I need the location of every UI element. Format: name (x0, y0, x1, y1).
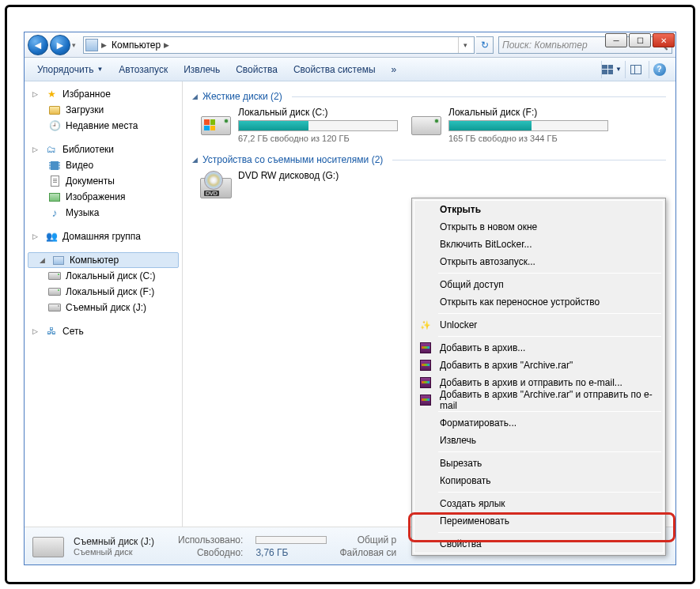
status-title: Съемный диск (J:) (74, 536, 154, 547)
recent-icon: 🕘 (48, 119, 61, 132)
used-label: Использовано: (178, 534, 243, 546)
ctx-unlocker[interactable]: ✨Unlocker (414, 316, 663, 334)
sidebar-network[interactable]: ▷🖧Сеть (25, 323, 182, 339)
collapse-icon: ◢ (192, 156, 198, 164)
sidebar-music[interactable]: ♪Музыка (25, 205, 182, 221)
ctx-rename[interactable]: Переименовать (414, 512, 663, 530)
folder-icon (48, 104, 61, 116)
libraries-icon: 🗂 (45, 143, 58, 156)
music-icon: ♪ (48, 206, 61, 219)
ctx-properties[interactable]: Свойства (414, 535, 663, 553)
help-button[interactable]: ? (649, 61, 669, 78)
ctx-format[interactable]: Форматировать... (414, 414, 663, 432)
ctx-archive-rar-email[interactable]: Добавить в архив "Archive.rar" и отправи… (414, 391, 663, 409)
hdd-icon (200, 107, 232, 135)
sidebar-drive-f[interactable]: Локальный диск (F:) (25, 284, 182, 300)
used-bar (255, 534, 327, 546)
document-icon (48, 175, 61, 187)
system-properties-button[interactable]: Свойства системы (287, 61, 382, 78)
total-label: Общий р (339, 534, 396, 546)
dvd-icon: DVD (200, 170, 232, 198)
hdd-icon (411, 107, 442, 135)
refresh-button[interactable]: ↻ (476, 36, 494, 54)
breadcrumb-computer[interactable]: Компьютер ▶ (107, 37, 174, 53)
back-button[interactable]: ◄ (28, 35, 48, 55)
ctx-cut[interactable]: Вырезать (414, 455, 663, 472)
image-icon (48, 191, 61, 203)
sidebar-drive-j[interactable]: Съемный диск (J:) (25, 300, 182, 315)
search-placeholder: Поиск: Компьютер (502, 40, 588, 51)
group-removable[interactable]: ◢ Устройства со съемными носителями (2) (192, 154, 666, 165)
drive-icon (48, 285, 61, 298)
collapse-icon: ◢ (192, 93, 198, 100)
ctx-share[interactable]: Общий доступ (414, 276, 663, 293)
minimize-button[interactable]: ─ (605, 33, 627, 47)
video-icon (48, 159, 61, 172)
breadcrumb-label: Компьютер (112, 40, 161, 51)
preview-pane-button[interactable] (625, 61, 645, 78)
help-icon: ? (653, 63, 666, 76)
ctx-eject[interactable]: Извлечь (414, 432, 663, 449)
drive-g-dvd[interactable]: DVD DVD RW дисковод (G:) (200, 170, 398, 198)
drive-c[interactable]: Локальный диск (C:) 67,2 ГБ свободно из … (200, 107, 398, 143)
sidebar-documents[interactable]: Документы (25, 173, 182, 189)
ctx-autoplay[interactable]: Открыть автозапуск... (414, 253, 663, 270)
sidebar-video[interactable]: Видео (25, 157, 182, 173)
drive-name: DVD RW дисковод (G:) (238, 170, 398, 181)
sidebar-drive-c[interactable]: Локальный диск (C:) (25, 268, 182, 284)
chevron-right-icon: ▶ (164, 41, 169, 49)
organize-button[interactable]: Упорядочить▼ (31, 61, 109, 78)
sidebar-images[interactable]: Изображения (25, 189, 182, 205)
ctx-bitlocker[interactable]: Включить BitLocker... (414, 236, 663, 253)
properties-button[interactable]: Свойства (229, 61, 284, 78)
forward-button[interactable]: ► (50, 35, 70, 55)
group-hard-disks[interactable]: ◢ Жесткие диски (2) (192, 91, 666, 102)
navigation-pane: ▷★Избранное Загрузки 🕘Недавние места ▷🗂Б… (25, 81, 183, 527)
address-bar[interactable]: ▶ Компьютер ▶ ▾ (83, 36, 475, 54)
navigation-bar: ◄ ► ▾ ▶ Компьютер ▶ ▾ ↻ Поиск: Компьютер… (25, 32, 675, 58)
rar-icon (419, 376, 432, 389)
ctx-portable[interactable]: Открыть как переносное устройство (414, 293, 663, 311)
rar-icon (419, 342, 432, 354)
eject-button[interactable]: Извлечь (177, 61, 226, 78)
drive-name: Локальный диск (C:) (238, 107, 398, 118)
drive-status: 67,2 ГБ свободно из 120 ГБ (238, 134, 398, 143)
ctx-open[interactable]: Открыть (414, 201, 663, 218)
maximize-button[interactable]: ☐ (629, 33, 651, 47)
computer-icon (52, 254, 65, 266)
rar-icon (419, 394, 432, 406)
ctx-add-archive[interactable]: Добавить в архив... (414, 339, 663, 357)
ctx-add-archive-rar[interactable]: Добавить в архив "Archive.rar" (414, 357, 663, 374)
sidebar-homegroup[interactable]: ▷👥Домашняя группа (25, 228, 182, 244)
autoplay-button[interactable]: Автозапуск (112, 61, 174, 78)
rar-icon (419, 359, 432, 372)
history-dropdown[interactable]: ▾ (72, 41, 80, 49)
drive-icon (32, 532, 66, 561)
crumb-root-arrow[interactable]: ▶ (101, 41, 107, 49)
status-subtitle: Съемный диск (74, 547, 154, 557)
ctx-open-new-window[interactable]: Открыть в новом окне (414, 218, 663, 236)
sidebar-libraries[interactable]: ▷🗂Библиотеки (25, 142, 182, 157)
close-button[interactable]: ✕ (653, 33, 675, 47)
fs-label: Файловая си (339, 547, 396, 558)
view-options-button[interactable]: ▼ (601, 61, 622, 78)
free-label: Свободно: (178, 547, 243, 558)
drive-f[interactable]: Локальный диск (F:) 165 ГБ свободно из 3… (411, 107, 608, 143)
sidebar-favorites[interactable]: ▷★Избранное (25, 86, 182, 102)
more-commands-button[interactable]: » (385, 61, 403, 78)
computer-icon (85, 39, 98, 51)
sidebar-recent[interactable]: 🕘Недавние места (25, 118, 182, 134)
homegroup-icon: 👥 (45, 230, 58, 243)
ctx-copy[interactable]: Копировать (414, 472, 663, 489)
sidebar-computer[interactable]: ◢Компьютер (28, 252, 179, 268)
context-menu: Открыть Открыть в новом окне Включить Bi… (411, 198, 666, 556)
wand-icon: ✨ (419, 319, 432, 331)
drive-status: 165 ГБ свободно из 344 ГБ (448, 134, 608, 143)
address-dropdown[interactable]: ▾ (458, 37, 472, 53)
drive-name: Локальный диск (F:) (448, 107, 608, 118)
drive-icon (48, 301, 61, 314)
network-icon: 🖧 (45, 325, 58, 338)
sidebar-downloads[interactable]: Загрузки (25, 102, 182, 118)
ctx-create-shortcut[interactable]: Создать ярлык (414, 495, 663, 512)
drive-icon (48, 270, 61, 282)
